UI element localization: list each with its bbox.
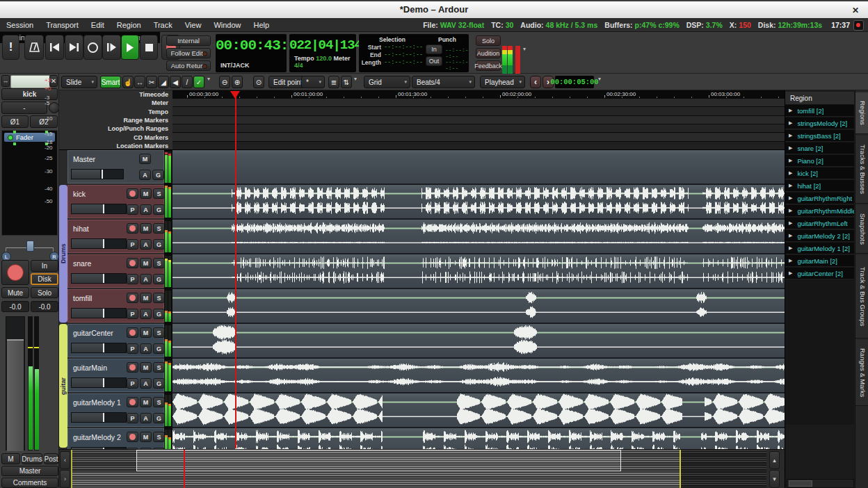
audition-tool[interactable]: ◀: [170, 76, 181, 88]
group-button[interactable]: G: [153, 378, 165, 389]
track-fader[interactable]: [71, 204, 127, 214]
peak-display[interactable]: -0.0: [31, 301, 58, 312]
region-item-guitarmelody-2-2-[interactable]: ▶guitarMelody 2 [2]: [785, 230, 854, 242]
goto-start-button[interactable]: [45, 35, 64, 60]
mute-button[interactable]: M: [140, 258, 152, 268]
track-fader[interactable]: [71, 169, 124, 179]
master-button[interactable]: Master: [1, 466, 58, 476]
track-fader[interactable]: [71, 308, 127, 318]
region-item-guitarcenter-2-[interactable]: ▶guitarCenter [2]: [785, 268, 854, 279]
window-close-button[interactable]: ✕: [850, 5, 861, 16]
waveform-canvas[interactable]: [172, 150, 785, 449]
track-header-guitarcenter[interactable]: guitarCenterMSPAG: [67, 324, 164, 357]
solo-button[interactable]: S: [153, 188, 165, 199]
input-monitor-button[interactable]: In: [31, 260, 58, 272]
ruler-row-loop-punch-ranges[interactable]: [172, 124, 785, 133]
ruler-label-location-markers[interactable]: Location Markers: [116, 142, 168, 150]
group-button[interactable]: G: [153, 413, 165, 423]
menu-edit[interactable]: Edit: [85, 21, 111, 29]
group-button[interactable]: G: [153, 309, 165, 319]
menu-region[interactable]: Region: [111, 21, 147, 29]
nudge-clock-button[interactable]: ≣: [328, 76, 339, 88]
goto-end-button[interactable]: [65, 35, 83, 60]
auto-button[interactable]: A: [140, 204, 152, 215]
region-item-stringsmelody-2-[interactable]: ▶stringsMelody [2]: [785, 117, 854, 129]
cut-tool[interactable]: ✂: [146, 76, 157, 88]
edit-mode-dropdown[interactable]: Slide▾: [61, 76, 97, 88]
track-name[interactable]: guitarMain: [73, 364, 107, 372]
track-name[interactable]: tomfill: [73, 294, 92, 302]
toggle-auto-return[interactable]: Auto Return: [166, 60, 211, 71]
track-name[interactable]: guitarCenter: [73, 329, 113, 337]
metronome-button[interactable]: [24, 35, 44, 60]
record-button[interactable]: [127, 258, 138, 268]
comments-button[interactable]: Comments: [1, 478, 58, 488]
solo-button[interactable]: S: [153, 432, 165, 442]
zoom-focus-dropdown[interactable]: Playhead▾: [480, 76, 525, 88]
object-tool[interactable]: ☝: [122, 76, 134, 88]
record-button[interactable]: [127, 293, 138, 303]
ruler-label-range-markers[interactable]: Range Markers: [123, 116, 168, 124]
playlist-button[interactable]: P: [127, 274, 138, 284]
playlist-button[interactable]: P: [127, 309, 138, 319]
playhead-marker-icon[interactable]: [230, 91, 240, 99]
solo-button[interactable]: S: [153, 362, 165, 373]
punch-in-button[interactable]: In: [426, 44, 442, 54]
group-button[interactable]: G: [153, 204, 165, 215]
master-auto-button[interactable]: A: [139, 170, 151, 180]
mute-button[interactable]: M: [140, 397, 152, 407]
menu-help[interactable]: Help: [248, 21, 276, 29]
track-fader[interactable]: [71, 273, 127, 284]
auto-button[interactable]: A: [140, 274, 152, 284]
prev-marker-button[interactable]: ‹: [530, 76, 541, 88]
solo-button[interactable]: S: [153, 223, 165, 234]
snap-chevron[interactable]: ▾: [354, 76, 357, 82]
pan-control[interactable]: L R: [0, 238, 59, 260]
record-enable-button[interactable]: [1, 260, 29, 285]
solo-button[interactable]: Solo: [31, 287, 58, 298]
auto-button[interactable]: A: [140, 309, 152, 319]
nudge-clock[interactable]: 00:00:05:00: [555, 76, 594, 88]
pan-handle[interactable]: [26, 241, 34, 252]
tab-regions[interactable]: Regions: [855, 92, 868, 134]
zoom-out-button[interactable]: ⊖: [219, 76, 230, 88]
snap-dropdown[interactable]: *▾: [301, 76, 325, 88]
edit-note-tool[interactable]: ✓: [193, 76, 204, 88]
menu-track[interactable]: Track: [147, 21, 179, 29]
primary-clock[interactable]: 00:00:43:25 INT/JACK: [216, 34, 287, 72]
track-name[interactable]: kick: [73, 190, 86, 198]
strip-tab-m[interactable]: M: [1, 453, 20, 464]
ruler-label-meter[interactable]: Meter: [152, 99, 168, 107]
range-tool[interactable]: ↔: [134, 76, 145, 88]
stretch-tool[interactable]: ◢: [158, 76, 169, 88]
group-strip-drums[interactable]: Drums: [59, 185, 67, 323]
audition-button[interactable]: Audition: [476, 48, 501, 58]
ruler-label-tempo[interactable]: Tempo: [148, 108, 168, 116]
nudge-button[interactable]: ⇅: [341, 76, 352, 88]
ruler-label-timecode[interactable]: Timecode: [139, 90, 168, 99]
mute-button[interactable]: M: [140, 223, 152, 234]
phase2-button[interactable]: Ø2: [30, 115, 58, 128]
gain-fader[interactable]: [6, 316, 25, 450]
master-mute-button[interactable]: M: [139, 154, 151, 164]
solo-button[interactable]: Solo: [476, 35, 501, 46]
feedback-button[interactable]: Feedback: [476, 60, 501, 71]
menu-view[interactable]: View: [179, 21, 208, 29]
solo-button[interactable]: S: [153, 397, 165, 407]
ruler-row-range-markers[interactable]: [172, 116, 785, 124]
track-header-tomfill[interactable]: tomfillMSPAG: [67, 289, 164, 323]
region-item-guitarmain-2-[interactable]: ▶guitarMain [2]: [785, 255, 854, 267]
record-button[interactable]: [127, 432, 138, 442]
region-item-kick-2-[interactable]: ▶kick [2]: [785, 168, 854, 179]
region-item-piano-2-[interactable]: ▶Piano [2]: [785, 155, 854, 167]
mute-button[interactable]: M: [140, 362, 152, 373]
track-header-guitarmelody-1[interactable]: guitarMelody 1MSPAG: [67, 393, 164, 427]
trim-knob[interactable]: [49, 102, 60, 113]
mute-button[interactable]: M: [140, 188, 152, 199]
playlist-button[interactable]: P: [127, 239, 138, 250]
record-button[interactable]: [127, 188, 138, 199]
disk-monitor-button[interactable]: Disk: [31, 273, 58, 285]
play-range-button[interactable]: [102, 35, 121, 60]
strip-width-button[interactable]: ↔: [1, 75, 10, 87]
menu-window[interactable]: Window: [207, 21, 247, 29]
